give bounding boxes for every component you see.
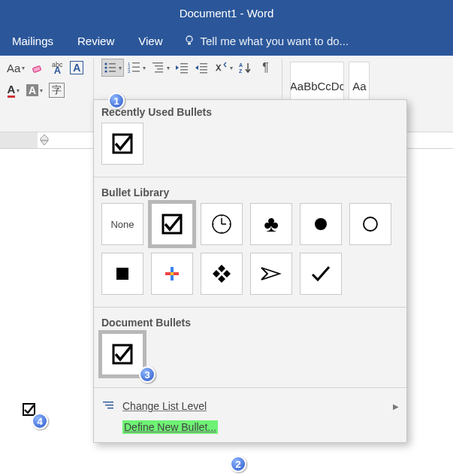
bullet-square[interactable] xyxy=(101,253,143,295)
bullet-arrowhead[interactable] xyxy=(250,253,292,295)
bullet-clock[interactable] xyxy=(201,203,243,245)
dropdown-separator xyxy=(94,177,406,177)
svg-rect-15 xyxy=(155,65,163,66)
four-diamond-icon xyxy=(212,264,231,283)
circle-icon xyxy=(362,216,379,232)
bullet-checkbox[interactable] xyxy=(151,203,193,245)
svg-point-0 xyxy=(186,36,192,42)
svg-rect-46 xyxy=(103,402,113,402)
svg-rect-17 xyxy=(155,71,163,72)
font-group: Aa▾ abcA A A▾ A▾ 字 xyxy=(0,56,90,132)
svg-rect-18 xyxy=(180,63,188,64)
window-titlebar: Document1 - Word xyxy=(0,0,453,26)
font-color-button[interactable]: A▾ xyxy=(5,81,23,99)
show-paragraph-marks-button[interactable]: ¶ xyxy=(256,59,274,77)
tab-view[interactable]: View xyxy=(135,30,165,52)
dropdown-separator-2 xyxy=(94,307,406,308)
annotation-3: 3 xyxy=(139,366,156,383)
bullet-recent-checkbox[interactable] xyxy=(101,123,143,165)
eraser-icon xyxy=(31,61,44,74)
svg-point-35 xyxy=(221,215,222,217)
annotation-1: 1 xyxy=(108,92,125,109)
tab-review[interactable]: Review xyxy=(74,30,117,52)
svg-text:Ⅹ: Ⅹ xyxy=(215,63,222,72)
window-title: Document1 - Word xyxy=(180,7,274,20)
indent-marker-icon[interactable] xyxy=(39,135,50,147)
change-case-button[interactable]: Aa▾ xyxy=(5,59,27,77)
annotation-2: 2 xyxy=(230,456,246,472)
ruler-margin xyxy=(0,132,38,148)
bullet-library-heading: Bullet Library xyxy=(101,186,399,199)
svg-point-39 xyxy=(315,218,327,230)
bullet-document-checkbox[interactable] xyxy=(101,333,143,375)
define-new-bullet-item[interactable]: Define New Bullet... xyxy=(94,417,406,438)
bullet-colored-plus[interactable] xyxy=(151,253,193,295)
svg-rect-1 xyxy=(33,65,41,72)
svg-point-6 xyxy=(105,70,107,72)
phonetic-guide-button[interactable]: abcA xyxy=(48,59,66,77)
tell-me-search[interactable]: Tell me what you want to do... xyxy=(183,35,349,47)
bullet-disc[interactable] xyxy=(300,203,342,245)
bullets-button[interactable]: ▾ xyxy=(101,59,124,77)
tab-mailings[interactable]: Mailings xyxy=(9,30,56,52)
sort-icon: AZ xyxy=(239,62,252,74)
clock-icon xyxy=(211,214,232,235)
svg-rect-14 xyxy=(153,62,163,63)
svg-rect-20 xyxy=(180,69,188,70)
character-border-button[interactable]: A xyxy=(68,59,86,77)
svg-point-4 xyxy=(105,66,107,68)
lightbulb-icon xyxy=(183,35,195,47)
svg-point-2 xyxy=(105,62,107,65)
square-icon xyxy=(116,268,128,280)
svg-rect-11 xyxy=(132,67,140,68)
clear-formatting-button[interactable] xyxy=(29,59,47,77)
tell-me-placeholder: Tell me what you want to do... xyxy=(200,35,349,47)
bullets-dropdown: Recently Used Bullets Bullet Library Non… xyxy=(93,99,407,443)
dropdown-separator-3 xyxy=(94,387,406,388)
ribbon-tabs: Mailings Review View Tell me what you wa… xyxy=(0,26,453,56)
svg-rect-44 xyxy=(171,272,174,275)
asian-layout-icon: Ⅹ xyxy=(215,62,228,74)
bullet-four-diamonds[interactable] xyxy=(201,253,243,295)
svg-text:3: 3 xyxy=(128,69,131,74)
checkbox-icon xyxy=(111,343,134,365)
define-new-bullet-label: Define New Bullet... xyxy=(122,420,218,434)
svg-rect-3 xyxy=(109,63,116,65)
change-list-level-label: Change List Level xyxy=(122,400,207,412)
checkbox-icon xyxy=(111,132,134,155)
svg-rect-13 xyxy=(132,71,140,71)
recently-used-heading: Recently Used Bullets xyxy=(101,106,399,118)
svg-rect-19 xyxy=(180,66,188,67)
multilevel-icon xyxy=(152,62,165,74)
svg-rect-21 xyxy=(180,72,188,73)
svg-rect-22 xyxy=(200,63,207,64)
arrowhead-icon xyxy=(260,265,282,282)
bullet-none[interactable]: None xyxy=(101,203,143,245)
asian-layout-button[interactable]: Ⅹ▾ xyxy=(213,59,235,77)
svg-rect-9 xyxy=(132,62,140,63)
disc-icon xyxy=(313,217,328,232)
svg-text:A: A xyxy=(239,62,243,68)
svg-rect-25 xyxy=(200,72,207,73)
sort-button[interactable]: AZ xyxy=(237,59,255,77)
numbering-button[interactable]: 123 ▾ xyxy=(125,59,148,77)
character-shading-button[interactable]: 字 xyxy=(47,81,67,99)
svg-point-36 xyxy=(229,223,231,225)
decrease-indent-button[interactable] xyxy=(174,59,192,77)
bullet-circle[interactable] xyxy=(349,203,391,245)
svg-rect-48 xyxy=(107,408,113,408)
outdent-icon xyxy=(176,62,189,74)
highlight-button[interactable]: A▾ xyxy=(24,81,45,99)
change-list-level-item[interactable]: Change List Level ▶ xyxy=(94,396,406,417)
svg-rect-5 xyxy=(109,67,116,68)
checkbox-icon xyxy=(161,213,183,235)
svg-point-38 xyxy=(213,223,214,225)
bullet-checkmark[interactable] xyxy=(300,253,342,295)
document-bullets-heading: Document Bullets xyxy=(101,317,399,329)
bullet-club[interactable]: ♣ xyxy=(250,203,292,245)
svg-rect-7 xyxy=(109,71,116,72)
svg-rect-47 xyxy=(105,405,113,405)
bullets-icon xyxy=(104,62,117,74)
multilevel-list-button[interactable]: ▾ xyxy=(149,59,172,77)
increase-indent-button[interactable] xyxy=(193,59,211,77)
